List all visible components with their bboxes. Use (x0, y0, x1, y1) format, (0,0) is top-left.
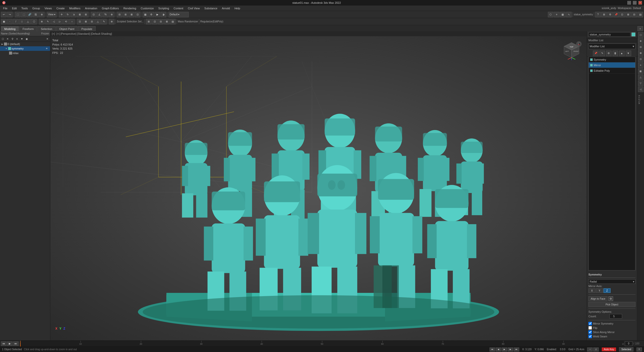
mod-item-mirror[interactable]: Mirror (589, 62, 635, 68)
face-sel-button[interactable]: △ (25, 19, 31, 24)
maximize-button[interactable]: □ (633, 1, 636, 5)
se-delete-button[interactable]: ✕ (5, 37, 10, 41)
far-right-btn-10[interactable]: ◁ (638, 87, 643, 92)
slice-checkbox[interactable] (588, 330, 592, 334)
help-button[interactable]: ? (595, 12, 601, 17)
timeline-track[interactable]: 0102030405060708090100 (20, 341, 624, 346)
mirror-symmetry-checkbox[interactable] (588, 322, 592, 325)
menu-file[interactable]: File (1, 6, 10, 10)
mod-config-button[interactable]: ⚙ (606, 51, 612, 56)
menu-rendering[interactable]: Rendering (122, 6, 138, 10)
close-button[interactable]: ✕ (638, 1, 642, 5)
timeline-play-button[interactable]: ▶ (7, 341, 13, 346)
menu-tools[interactable]: Tools (19, 6, 30, 10)
viewport-plus-icon[interactable]: [+] (52, 32, 55, 35)
far-right-btn-8[interactable]: △ (638, 74, 643, 80)
minimize-button[interactable]: ─ (627, 1, 631, 5)
spinner-snap-button[interactable]: ⊕ (109, 12, 114, 17)
pb-start-button[interactable]: ⏮ (490, 347, 495, 351)
border-sel-button[interactable]: □ (19, 19, 25, 24)
edit-face-button[interactable]: △ (95, 19, 101, 24)
material-editor-button[interactable]: ⬡ (548, 12, 553, 17)
mod-item-editable-poly[interactable]: Editable Poly (589, 68, 635, 73)
ring-sel-button[interactable]: ○ (69, 19, 75, 24)
mod-delete-button[interactable]: 🗑 (613, 51, 618, 56)
polygon-sel-button[interactable]: ▣ (1, 19, 7, 24)
menu-scripting[interactable]: Scripting (156, 6, 171, 10)
menu-customize[interactable]: Customize (139, 6, 156, 10)
coord2-btn[interactable]: ⊡ (152, 19, 157, 24)
tab-selection[interactable]: Selection (37, 26, 55, 31)
angle-snap-button[interactable]: ∠ (97, 12, 102, 17)
tab-add-button[interactable]: + (637, 26, 643, 31)
extra-btn2[interactable]: ⊠ (625, 12, 631, 17)
tab-populate[interactable]: Populate (78, 26, 95, 31)
select-object-button[interactable]: ⬚ (15, 12, 20, 17)
far-right-btn-5[interactable]: ⊡ (638, 56, 643, 62)
far-right-btn-3[interactable]: ⊟ (638, 44, 643, 50)
coord5-btn[interactable]: ▤ (170, 19, 176, 24)
pb-end-button[interactable]: ⏭ (514, 347, 519, 351)
se-find-button[interactable]: ⚲ (10, 37, 15, 41)
vertex-sel-button[interactable]: · (7, 19, 13, 24)
object-name-input[interactable] (588, 32, 630, 37)
scene-item-relax[interactable]: relax (0, 51, 50, 55)
mod-edit-button[interactable]: ✎ (599, 51, 605, 56)
select-scale-button[interactable]: ⇲ (71, 12, 76, 17)
flip-checkbox[interactable] (588, 326, 592, 330)
pick-object-button[interactable]: Pick Object (588, 302, 635, 307)
mirror-type-dropdown[interactable]: Radial ▾ (588, 279, 635, 284)
menu-group[interactable]: Group (30, 6, 42, 10)
select-rotate-button[interactable]: ↻ (65, 12, 70, 17)
nav-cube[interactable]: TOP FRONT LEFT 🎩 (561, 41, 582, 61)
select-move-button[interactable]: ✛ (59, 12, 64, 17)
redo-button[interactable]: ↪ (7, 12, 13, 17)
menu-graph-editors[interactable]: Graph Editors (100, 6, 121, 10)
element-sel-button[interactable]: ⬡ (31, 19, 37, 24)
mod-pin-button[interactable]: 📌 (593, 51, 598, 56)
selected-button[interactable]: Selected (619, 347, 633, 351)
current-frame-input[interactable] (625, 341, 632, 346)
filter-dropdown[interactable]: View ▾ (47, 12, 57, 17)
count-input[interactable] (610, 314, 622, 319)
shrink-sel-button[interactable]: ◁ (51, 19, 57, 24)
tab-object-paint[interactable]: Object Paint (56, 26, 78, 31)
pb-prev-button[interactable]: ◀ (496, 347, 501, 351)
edge-sel-button[interactable]: / (13, 19, 19, 24)
se-highlight-button[interactable]: ◉ (24, 37, 29, 41)
array-button[interactable]: ⊠ (129, 12, 134, 17)
add-key-button[interactable]: + (587, 347, 593, 351)
object-hide-button[interactable]: 👁 (45, 46, 49, 51)
unlink-button[interactable]: ⛓ (33, 12, 38, 17)
render-setup-button[interactable]: ⚙ (149, 12, 154, 17)
scene-item-symmetry[interactable]: ▼ symmetry 👁 (0, 46, 50, 51)
axis-z-button[interactable]: Z (603, 288, 611, 293)
undo-button[interactable]: ↩ (1, 12, 7, 17)
curve-editor-button[interactable]: ∿ (566, 12, 572, 17)
active-shade-button[interactable]: ◑ (161, 12, 166, 17)
key-mode-button[interactable]: ⚷ (593, 347, 599, 351)
pb-next-button[interactable]: ▶ (508, 347, 513, 351)
far-right-btn-9[interactable]: ▽ (638, 81, 643, 86)
mod-up-button[interactable]: ▲ (619, 51, 625, 56)
scene-item-0default[interactable]: ▶ 0 (default) (0, 42, 50, 46)
menu-modifiers[interactable]: Modifiers (67, 6, 83, 10)
viewport-canvas[interactable]: Total Polys: 6 413 914 Verts: 3 221 825 … (50, 36, 587, 340)
autokey-button[interactable]: Auto Key (602, 347, 616, 351)
edit-sel-button[interactable]: ⊡ (77, 19, 83, 24)
coord3-btn[interactable]: ⊟ (158, 19, 164, 24)
expand-icon-sym[interactable]: ▼ (5, 47, 8, 50)
menu-animation[interactable]: Animation (83, 6, 99, 10)
subobject-button[interactable]: ⊕ (109, 19, 114, 24)
se-filter-button[interactable]: ▼ (20, 37, 24, 41)
layer-button[interactable]: ▦ (143, 12, 148, 17)
mirror-button[interactable]: ⊞ (123, 12, 128, 17)
far-right-btn-7[interactable]: ▦ (638, 68, 643, 74)
paint-deform-button[interactable]: ✎ (101, 19, 107, 24)
mod-eye-symmetry[interactable] (590, 58, 593, 61)
menu-create[interactable]: Create (54, 6, 67, 10)
home-button[interactable]: 🎩 (576, 41, 582, 47)
modifier-dropdown[interactable]: Modifier List ▾ (588, 44, 635, 49)
mod-down-button[interactable]: ▼ (626, 51, 631, 56)
pin-button[interactable]: 📌 (613, 12, 619, 17)
